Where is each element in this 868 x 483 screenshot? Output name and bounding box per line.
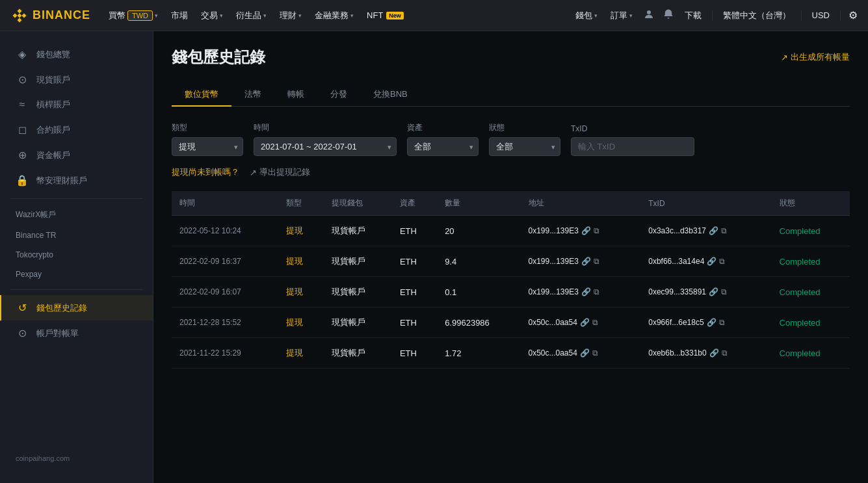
sidebar-label-funding-account: 資金帳戶 [36, 150, 70, 161]
filter-time-select[interactable]: 2021-07-01 ~ 2022-07-01 [254, 137, 397, 156]
sidebar-label-spot-account: 現貨賬戶 [36, 74, 70, 86]
sidebar-item-wealth-account[interactable]: 🔒 幣安理財賬戶 [0, 168, 153, 193]
sidebar-label-futures-account: 合約賬戶 [36, 124, 70, 136]
nav-item-market[interactable]: 市場 [166, 7, 193, 24]
withdraw-not-received-link[interactable]: 提現尚未到帳嗎？ [172, 166, 239, 178]
address-link-icon[interactable]: 🔗 [580, 348, 590, 358]
col-amount: 數量 [437, 191, 520, 216]
sidebar-item-wallet-history[interactable]: ↺ 錢包歷史記錄 [0, 295, 153, 320]
address-link-icon[interactable]: 🔗 [581, 287, 591, 296]
nav-item-buy[interactable]: 買幣 TWD ▾ [103, 7, 163, 24]
address-copy-icon[interactable]: ⧉ [594, 226, 599, 235]
tab-distribution[interactable]: 分發 [317, 83, 360, 107]
tab-convert-bnb[interactable]: 兌換BNB [360, 83, 421, 107]
filter-txid-input[interactable] [571, 137, 694, 156]
sidebar-item-binance-tr[interactable]: Binance TR [0, 226, 153, 245]
type-link[interactable]: 提現 [286, 226, 303, 235]
spot-account-icon: ⊙ [16, 73, 29, 86]
nav-item-trade[interactable]: 交易 ▾ [196, 7, 228, 24]
brand-logo[interactable]: BINANCE [10, 7, 90, 25]
address-copy-icon[interactable]: ⧉ [594, 287, 599, 296]
filter-asset-group: 資產 全部 ETH BTC BNB [407, 122, 479, 156]
sidebar-item-pexpay[interactable]: Pexpay [0, 265, 153, 284]
sidebar-label-pexpay: Pexpay [16, 270, 42, 279]
sidebar-item-account-transfer[interactable]: ⊙ 帳戶對帳單 [0, 320, 153, 346]
user-icon[interactable] [643, 8, 655, 23]
txid-copy-icon[interactable]: ⧉ [722, 348, 728, 358]
chevron-down-icon: ▾ [155, 12, 158, 19]
filter-type-select-wrapper: 提現 充值 全部 [172, 137, 243, 156]
generate-all-accounts-link[interactable]: ↗ 出生成所有帳量 [781, 51, 850, 63]
type-link[interactable]: 提現 [286, 348, 303, 358]
cell-type[interactable]: 提現 [278, 216, 323, 246]
txid-link-icon[interactable]: 🔗 [709, 226, 718, 235]
svg-marker-4 [18, 13, 22, 18]
cell-asset: ETH [392, 338, 437, 369]
filter-asset-label: 資產 [407, 122, 479, 133]
address-link-icon[interactable]: 🔗 [581, 226, 591, 235]
export-withdraw-records-link[interactable]: ↗ 導出提現記錄 [250, 166, 310, 178]
page-title: 錢包歷史記錄 [172, 47, 265, 68]
txid-link-icon[interactable]: 🔗 [709, 287, 718, 296]
svg-marker-0 [18, 8, 22, 13]
col-status: 狀態 [772, 191, 850, 216]
txid-link-icon[interactable]: 🔗 [707, 318, 717, 327]
cell-type[interactable]: 提現 [278, 277, 323, 307]
svg-point-5 [647, 10, 651, 14]
sidebar-item-wallet-overview[interactable]: ◈ 錢包總覽 [0, 42, 153, 67]
nav-item-orders[interactable]: 訂單 ▾ [608, 7, 635, 24]
nav-label-currency: USD [812, 10, 830, 20]
cell-amount: 20 [437, 216, 520, 246]
type-link[interactable]: 提現 [286, 287, 303, 296]
nav-label-derivatives: 衍生品 [236, 10, 261, 21]
filter-type-label: 類型 [172, 122, 243, 133]
nav-item-currency[interactable]: USD [809, 8, 832, 23]
tab-fiat[interactable]: 法幣 [231, 83, 274, 107]
sidebar-item-margin-account[interactable]: ≈ 槓桿賬戶 [0, 92, 153, 117]
type-link[interactable]: 提現 [286, 317, 303, 327]
export-icon: ↗ [250, 168, 257, 177]
address-copy-icon[interactable]: ⧉ [592, 348, 598, 358]
cell-type[interactable]: 提現 [278, 307, 323, 338]
cell-type[interactable]: 提現 [278, 338, 323, 369]
sidebar-item-funding-account[interactable]: ⊕ 資金帳戶 [0, 142, 153, 168]
nav-item-financial-services[interactable]: 金融業務 ▾ [309, 7, 359, 24]
tab-transfer[interactable]: 轉帳 [274, 83, 317, 107]
status-badge: Completed [780, 348, 821, 358]
txid-copy-icon[interactable]: ⧉ [721, 226, 727, 235]
address-copy-icon[interactable]: ⧉ [592, 318, 598, 327]
filter-status-select[interactable]: 全部 Completed Processing Failed [489, 137, 560, 156]
sidebar-item-tokocrypto[interactable]: Tokocrypto [0, 245, 153, 265]
filter-txid-group: TxID [571, 124, 694, 156]
filter-asset-select[interactable]: 全部 ETH BTC BNB [407, 137, 479, 156]
nav-item-language[interactable]: 繁體中文（台灣） [720, 7, 793, 24]
funding-account-icon: ⊕ [16, 149, 29, 161]
address-copy-icon[interactable]: ⧉ [594, 257, 599, 266]
txid-link-icon[interactable]: 🔗 [709, 348, 719, 358]
warn-link-label: 提現尚未到帳嗎？ [172, 167, 239, 177]
nav-item-derivatives[interactable]: 衍生品 ▾ [231, 7, 272, 24]
margin-account-icon: ≈ [16, 99, 29, 111]
nav-item-nft[interactable]: NFT New [362, 8, 409, 23]
address-link-icon[interactable]: 🔗 [581, 257, 591, 266]
notification-icon[interactable] [663, 8, 674, 23]
tab-digital-currency[interactable]: 數位貨幣 [172, 83, 231, 107]
brand-name: BINANCE [33, 8, 90, 22]
sidebar-item-spot-account[interactable]: ⊙ 現貨賬戶 [0, 67, 153, 92]
type-link[interactable]: 提現 [286, 256, 303, 266]
filter-type-select[interactable]: 提現 充值 全部 [172, 137, 243, 156]
settings-icon[interactable]: ⚙ [848, 9, 858, 21]
txid-copy-icon[interactable]: ⧉ [719, 257, 725, 266]
sidebar-item-futures-account[interactable]: ◻ 合約賬戶 [0, 117, 153, 142]
sidebar-divider-2 [10, 289, 142, 290]
sidebar-item-wazirx[interactable]: WazirX帳戶 [0, 204, 153, 226]
address-link-icon[interactable]: 🔗 [580, 318, 590, 327]
txid-copy-icon[interactable]: ⧉ [721, 287, 727, 296]
nav-item-finance[interactable]: 理財 ▾ [274, 7, 307, 24]
txid-copy-icon[interactable]: ⧉ [719, 318, 725, 327]
txid-link-icon[interactable]: 🔗 [707, 257, 717, 266]
sidebar-label-binance-tr: Binance TR [16, 231, 56, 240]
nav-item-download[interactable]: 下載 [682, 7, 704, 24]
nav-item-wallet[interactable]: 錢包 ▾ [573, 7, 600, 24]
cell-type[interactable]: 提現 [278, 246, 323, 277]
